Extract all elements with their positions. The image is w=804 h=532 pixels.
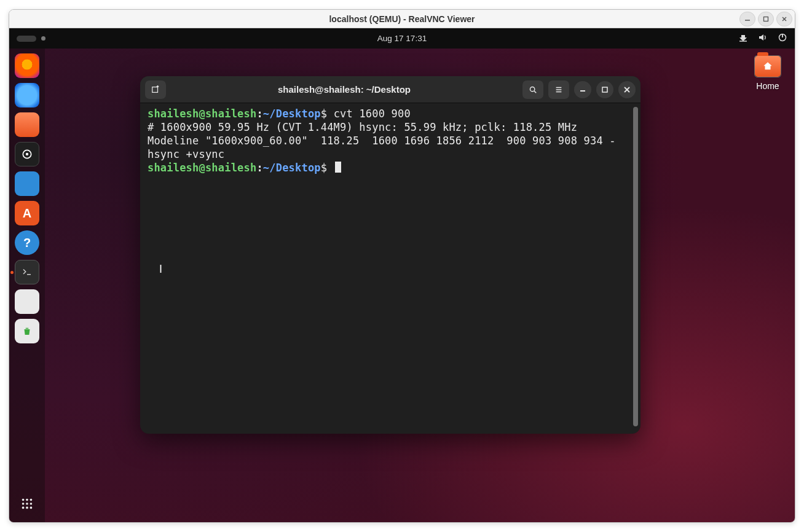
vnc-minimize-button[interactable]	[739, 12, 755, 26]
dock-app-firefox[interactable]	[15, 53, 39, 78]
activities-button[interactable]	[17, 36, 45, 42]
svg-point-7	[26, 153, 28, 155]
svg-point-11	[22, 503, 25, 505]
gnome-desktop[interactable]: Aug 17 17:31 A ? Home	[9, 28, 795, 522]
vnc-titlebar[interactable]: localhost (QEMU) - RealVNC Viewer	[9, 10, 795, 28]
svg-rect-17	[152, 87, 158, 92]
activities-dot-icon	[41, 36, 45, 41]
svg-point-16	[30, 507, 33, 509]
dock-app-files[interactable]	[15, 112, 39, 137]
svg-point-14	[22, 507, 25, 509]
vnc-window: localhost (QEMU) - RealVNC Viewer Aug 17…	[9, 9, 795, 523]
vnc-close-button[interactable]	[776, 12, 792, 26]
terminal-minimize-button[interactable]	[574, 81, 591, 98]
svg-rect-26	[602, 87, 607, 92]
terminal-title: shailesh@shailesh: ~/Desktop	[171, 84, 518, 95]
svg-point-9	[26, 499, 28, 501]
prompt-path: ~/Desktop	[263, 162, 321, 174]
dock-app-trash[interactable]	[15, 319, 39, 343]
desktop-icon-home[interactable]: Home	[754, 55, 781, 91]
clock-label: Aug 17 17:31	[377, 34, 427, 43]
dock-app-text-editor[interactable]	[15, 289, 39, 314]
svg-point-8	[22, 499, 25, 501]
terminal-output[interactable]: shailesh@shailesh:~/Desktop$ cvt 1600 90…	[140, 103, 640, 434]
volume-icon[interactable]	[758, 33, 768, 44]
terminal-maximize-button[interactable]	[596, 81, 613, 98]
output-line: # 1600x900 59.95 Hz (CVT 1.44M9) hsync: …	[148, 121, 577, 133]
dock-app-libreoffice-writer[interactable]	[15, 171, 39, 196]
svg-point-10	[30, 499, 33, 501]
svg-rect-1	[764, 17, 768, 22]
dock-app-thunderbird[interactable]	[15, 83, 39, 108]
output-line: Modeline "1600x900_60.00" 118.25 1600 16…	[148, 135, 616, 160]
prompt-user: shailesh@shailesh	[148, 162, 256, 174]
command-text: cvt 1600 900	[334, 108, 411, 120]
terminal-titlebar[interactable]: shailesh@shailesh: ~/Desktop	[140, 76, 640, 103]
dock-show-apps-button[interactable]	[15, 491, 39, 516]
dock-app-terminal[interactable]	[15, 260, 39, 284]
svg-line-21	[534, 91, 536, 93]
terminal-close-button[interactable]	[618, 81, 636, 98]
power-icon[interactable]	[778, 33, 787, 44]
terminal-menu-button[interactable]	[548, 80, 569, 99]
terminal-window[interactable]: shailesh@shailesh: ~/Desktop shailesh@sh…	[140, 76, 640, 434]
terminal-search-button[interactable]	[522, 80, 543, 99]
svg-point-20	[530, 87, 534, 91]
dock: A ?	[9, 49, 45, 522]
network-icon[interactable]	[738, 33, 748, 44]
vnc-window-controls	[739, 12, 792, 26]
clock[interactable]: Aug 17 17:31	[9, 34, 795, 43]
prompt-path: ~/Desktop	[263, 108, 321, 120]
vnc-window-title: localhost (QEMU) - RealVNC Viewer	[9, 14, 795, 24]
dock-app-rhythmbox[interactable]	[15, 142, 39, 166]
prompt-user: shailesh@shailesh	[148, 108, 256, 120]
svg-point-12	[26, 503, 28, 505]
activities-pill-icon	[17, 36, 36, 42]
home-folder-icon	[754, 55, 781, 77]
svg-point-13	[30, 503, 33, 505]
svg-point-15	[26, 507, 28, 509]
desktop-icon-label: Home	[756, 81, 779, 91]
dock-app-help[interactable]: ?	[15, 230, 39, 255]
system-status-area[interactable]	[738, 33, 787, 44]
terminal-scrollbar[interactable]	[633, 107, 638, 426]
dock-app-ubuntu-software[interactable]: A	[15, 201, 39, 225]
new-tab-button[interactable]	[145, 80, 166, 99]
vnc-maximize-button[interactable]	[758, 12, 774, 26]
terminal-cursor	[335, 162, 341, 173]
gnome-topbar[interactable]: Aug 17 17:31	[9, 28, 795, 49]
